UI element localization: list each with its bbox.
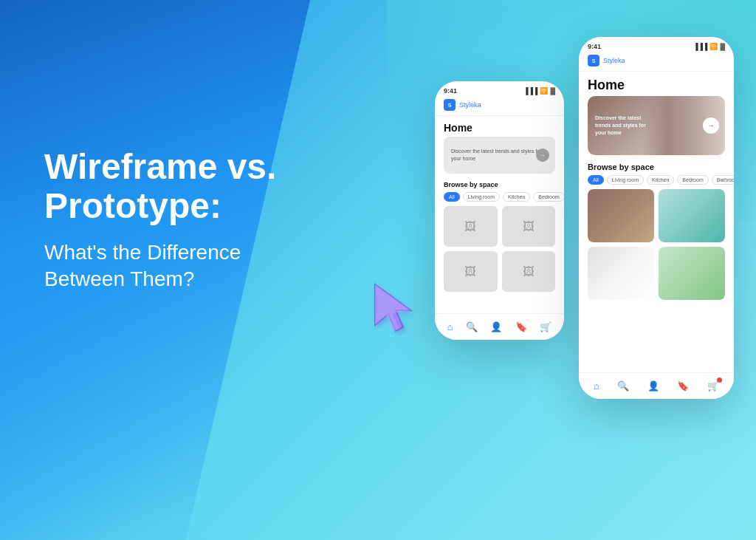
prototype-phone: 9:41 ▐▐▐ 🛜 ▓ S Styleka Home Discover the… [579,37,734,399]
wf-img-2: 🖼 [502,206,556,247]
wf-time: 9:41 [444,87,457,95]
pt-section-title: Browse by space [579,161,734,175]
wf-img-icon-2: 🖼 [523,220,535,233]
wf-nav-cart[interactable]: 🛒 [540,321,551,332]
pt-status-bar: 9:41 ▐▐▐ 🛜 ▓ [579,37,734,52]
wf-tab-kitchen[interactable]: Kitchen [503,192,530,202]
wf-hero-banner: Discover the latest trends and styles fo… [444,137,555,174]
pt-hero-text: Discover the latest trends and styles fo… [595,115,654,136]
wf-nav-home[interactable]: ⌂ [447,321,453,332]
wf-tab-all[interactable]: All [444,192,460,202]
subheadline: What's the Difference Between Them? [44,239,325,293]
pt-time: 9:41 [588,43,601,50]
pt-tab-bathroom[interactable]: Bathroom [712,175,734,185]
pt-home-title: Home [579,72,734,96]
pt-wifi-icon: 🛜 [709,43,718,50]
wf-hero-text: Discover the latest trends and styles fo… [451,148,548,163]
wf-app-logo: S [444,99,456,111]
pt-app-name: Styleka [603,57,625,64]
pt-battery-icon: ▓ [720,43,725,50]
pt-app-header: S Styleka [579,52,734,72]
pt-image-grid [579,189,734,300]
wf-img-icon-3: 🖼 [464,265,476,278]
cart-badge [717,377,722,383]
wf-img-1: 🖼 [444,206,498,247]
pt-img-1[interactable] [588,189,654,242]
wf-battery-icon: ▓ [550,87,555,95]
wf-status-icons: ▐▐▐ 🛜 ▓ [523,87,555,95]
pt-tab-kitchen[interactable]: Kitchen [647,175,674,185]
text-section: Wireframe vs. Prototype: What's the Diff… [44,148,325,293]
wf-nav-search[interactable]: 🔍 [466,321,478,332]
wireframe-phone: 9:41 ▐▐▐ 🛜 ▓ S Styleka Home Discover the… [435,81,564,340]
pt-tab-all[interactable]: All [588,175,604,185]
pt-app-logo: S [588,55,599,66]
pt-img-3[interactable] [588,247,654,300]
wf-nav-bookmark[interactable]: 🔖 [515,321,527,332]
pt-img-2[interactable] [659,189,725,242]
phones-container: 9:41 ▐▐▐ 🛜 ▓ S Styleka Home Discover the… [435,37,734,399]
wf-tab-bedroom[interactable]: Bedroom [533,192,564,202]
wf-image-grid: 🖼 🖼 🖼 🖼 [435,206,564,292]
wf-app-name: Styleka [459,101,481,109]
wf-img-icon-1: 🖼 [464,220,476,233]
pt-nav-person[interactable]: 👤 [647,380,659,392]
wf-img-4: 🖼 [502,251,556,292]
headline-line2: Prototype: [44,187,325,226]
pt-img-4[interactable] [659,247,725,300]
pt-signal-icon: ▐▐▐ [693,43,707,50]
wf-filter-tabs: All Living room Kitchen Bedroom Bathroom [435,192,564,206]
wf-img-3: 🖼 [444,251,498,292]
wf-tab-living[interactable]: Living room [463,192,500,202]
wf-home-title: Home [435,116,564,137]
wf-hero-button[interactable]: → [536,148,549,162]
headline-line1: Wireframe vs. [44,148,325,187]
wf-section-title: Browse by space [435,180,564,192]
headline: Wireframe vs. Prototype: [44,148,325,226]
wf-wifi-icon: 🛜 [540,87,548,95]
wf-app-header: S Styleka [435,96,564,116]
pt-hero-button[interactable]: → [703,117,719,134]
pt-nav-cart[interactable]: 🛒 [707,380,719,392]
pt-tab-living[interactable]: Living room [607,175,644,185]
pt-nav-search[interactable]: 🔍 [617,380,629,392]
wf-signal-icon: ▐▐▐ [523,87,537,95]
wf-img-icon-4: 🖼 [523,265,535,278]
pt-hero-banner: Discover the latest trends and styles fo… [588,96,725,155]
pt-tab-bedroom[interactable]: Bedroom [677,175,708,185]
pt-filter-tabs: All Living room Kitchen Bedroom Bathroom [579,175,734,189]
pt-nav-bookmark[interactable]: 🔖 [677,380,689,392]
cursor-svg [368,281,419,340]
wf-status-bar: 9:41 ▐▐▐ 🛜 ▓ [435,81,564,96]
pt-bottom-nav: ⌂ 🔍 👤 🔖 🛒 [579,372,734,399]
wf-bottom-nav: ⌂ 🔍 👤 🔖 🛒 [435,313,564,340]
pt-status-icons: ▐▐▐ 🛜 ▓ [693,43,725,50]
cursor-decoration [368,281,419,340]
wf-nav-person[interactable]: 👤 [490,321,502,332]
pt-nav-home[interactable]: ⌂ [594,380,599,392]
